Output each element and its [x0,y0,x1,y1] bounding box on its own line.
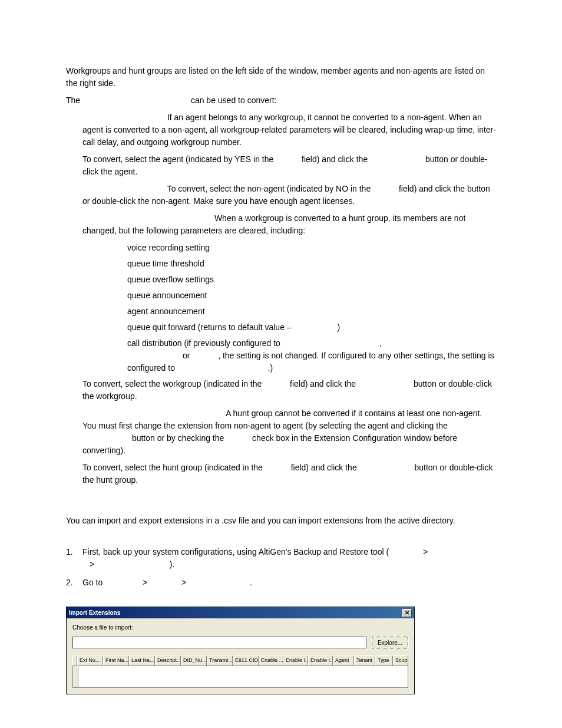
col-agent[interactable]: Agent [333,655,354,666]
dialog-title: Import Extensions [69,608,120,617]
text: To convert, select the non-agent (indica… [167,184,373,193]
col-enable-2[interactable]: Enable I... [283,655,308,666]
list-item: queue time threshold [127,258,496,270]
bullet-list: voice recording setting queue time thres… [127,242,496,374]
list-item: 1. First, back up your system configurat… [66,546,496,571]
paragraph: Workgroups and hunt groups are listed on… [66,65,496,90]
explore-button[interactable]: Explore... [372,637,408,648]
text: field) and click the [290,379,358,388]
col-transmi[interactable]: Transmi... [207,655,233,666]
file-path-input[interactable] [72,637,367,648]
text: To convert, select the hunt group (indic… [82,463,265,472]
col-descript[interactable]: Descript... [155,655,181,666]
text: When a workgroup is converted to a hunt … [82,213,465,235]
close-button[interactable]: ✕ [402,609,412,617]
col-did-num[interactable]: DID_Nu... [181,655,207,666]
list-item: queue quit forward (returns to default v… [127,321,496,334]
paragraph: To convert, select the non-agent (indica… [82,183,496,207]
text: . [250,578,252,587]
text: > [143,578,150,587]
list-item: queue overflow settings [127,274,496,286]
text: A hunt group cannot be converted if it c… [82,409,482,430]
text: > [90,559,97,569]
text: Go to [82,578,105,587]
paragraph: To convert, select the agent (indicated … [82,153,496,178]
paragraph: You can import and export extensions in … [66,515,496,527]
col-type[interactable]: Type [375,655,393,666]
paragraph: When a workgroup is converted to a hunt … [82,212,496,237]
paragraph: The can be used to convert: [66,94,496,107]
list-item: voice recording setting [127,242,496,254]
choose-file-label: Choose a file to import: [72,623,408,632]
col-enable-3[interactable]: Enable I... [308,655,333,666]
col-first-name[interactable]: First Na... [103,655,129,666]
text: ) [337,322,340,332]
text: > [423,547,428,556]
paragraph: If an agent belongs to any workgroup, it… [82,111,496,149]
text: ). [170,559,175,569]
list-item: call distribution (if previously configu… [127,337,496,374]
list-item: 2. Go to > > . [66,577,496,589]
text: If an agent belongs to any workgroup, it… [82,113,496,147]
text: button or by checking the [132,433,226,443]
text: .) [268,363,273,373]
list-number: 1. [66,546,82,571]
text: queue quit forward (returns to default v… [127,322,294,332]
col-e911-cid[interactable]: E911 CID [233,655,259,666]
ordered-list: 1. First, back up your system configurat… [66,546,496,589]
col-scope[interactable]: Scope [393,655,408,666]
text: field) and click the [291,463,359,472]
list-number: 2. [66,577,82,589]
text: can be used to convert: [191,95,277,105]
text: call distribution (if previously configu… [127,338,283,348]
import-extensions-dialog: Import Extensions ✕ Choose a file to imp… [66,607,415,694]
dialog-titlebar: Import Extensions ✕ [67,607,414,618]
col-ext-num[interactable]: Ext Nu... [77,655,103,666]
col-tenant[interactable]: Tenant [354,655,375,666]
table-header: Ext Nu... First Na... Last Na... Descrip… [72,655,408,666]
text: The [66,95,82,105]
paragraph: To convert, select the workgroup (indica… [82,378,496,403]
list-item: queue announcement [127,289,496,302]
text: field) and click the [302,154,370,164]
text: , [379,338,382,348]
list-item: agent announcement [127,305,496,318]
text: field) and click the [399,184,467,193]
text: or [183,351,192,360]
text: To convert, select the workgroup (indica… [82,379,264,388]
col-last-name[interactable]: Last Na... [129,655,155,666]
text: To convert, select the agent (indicated … [82,154,276,164]
col-enable-1[interactable]: Enable ... [259,655,283,666]
text: > [181,578,189,587]
text: First, back up your system configuration… [82,547,389,556]
paragraph: To convert, select the hunt group (indic… [82,462,496,486]
table-body[interactable] [72,666,408,688]
paragraph: A hunt group cannot be converted if it c… [82,407,496,457]
